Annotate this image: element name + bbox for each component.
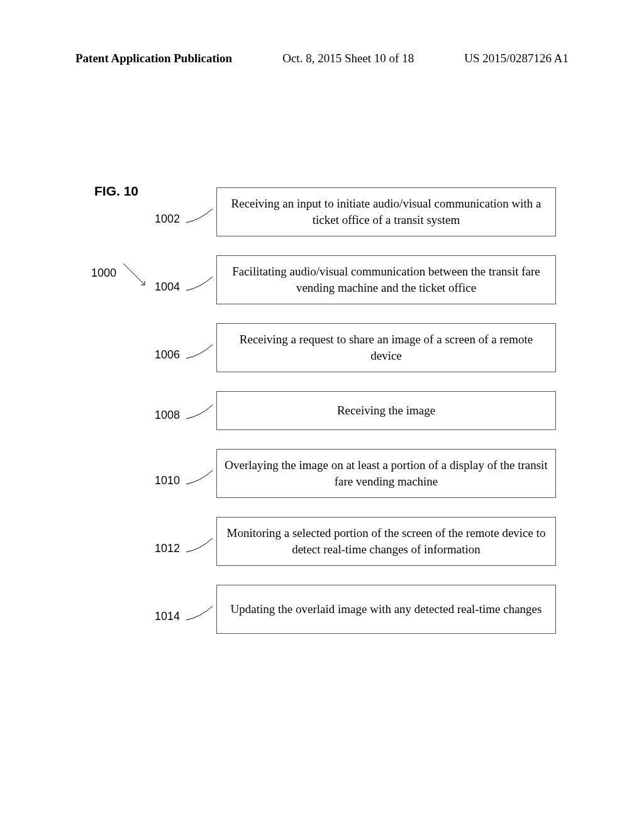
step-text: Monitoring a selected portion of the scr… xyxy=(225,525,548,557)
header-left: Patent Application Publication xyxy=(75,52,232,65)
flowchart-step: 1010 Overlaying the image on at least a … xyxy=(216,449,556,498)
flowchart-step: 1002 Receiving an input to initiate audi… xyxy=(216,187,556,236)
flowchart-step: 1014 Updating the overlaid image with an… xyxy=(216,585,556,634)
step-reference-number: 1006 xyxy=(155,348,180,362)
leader-line-icon xyxy=(186,468,214,487)
step-text: Overlaying the image on at least a porti… xyxy=(225,457,548,489)
overall-reference-number: 1000 xyxy=(91,267,116,280)
step-reference-number: 1004 xyxy=(155,280,180,294)
step-text: Facilitating audio/visual communication … xyxy=(225,263,548,296)
flowchart: 1002 Receiving an input to initiate audi… xyxy=(216,187,556,653)
step-reference-number: 1008 xyxy=(155,409,180,422)
flowchart-step: 1004 Facilitating audio/visual communica… xyxy=(216,255,556,304)
step-text: Receiving a request to share an image of… xyxy=(225,331,548,363)
leader-line-icon xyxy=(186,342,214,361)
flowchart-step: 1006 Receiving a request to share an ima… xyxy=(216,323,556,372)
leader-line-icon xyxy=(186,274,214,293)
leader-line-icon xyxy=(186,604,214,622)
step-text: Receiving the image xyxy=(337,402,435,419)
leader-line-icon xyxy=(186,206,214,225)
step-text: Updating the overlaid image with any det… xyxy=(231,601,542,617)
leader-line-icon xyxy=(123,263,150,290)
step-box: Facilitating audio/visual communication … xyxy=(216,255,556,304)
step-box: Overlaying the image on at least a porti… xyxy=(216,449,556,498)
step-text: Receiving an input to initiate audio/vis… xyxy=(225,196,548,228)
step-box: Updating the overlaid image with any det… xyxy=(216,585,556,634)
leader-line-icon xyxy=(186,536,214,555)
step-reference-number: 1012 xyxy=(155,542,180,555)
step-box: Receiving a request to share an image of… xyxy=(216,323,556,372)
step-box: Monitoring a selected portion of the scr… xyxy=(216,517,556,566)
flowchart-step: 1012 Monitoring a selected portion of th… xyxy=(216,517,556,566)
flowchart-step: 1008 Receiving the image xyxy=(216,391,556,430)
step-reference-number: 1014 xyxy=(155,610,180,623)
svg-line-0 xyxy=(123,263,145,285)
step-reference-number: 1010 xyxy=(155,474,180,487)
step-box: Receiving an input to initiate audio/vis… xyxy=(216,187,556,236)
leader-line-icon xyxy=(186,402,214,421)
step-box: Receiving the image xyxy=(216,391,556,430)
step-reference-number: 1002 xyxy=(155,213,180,226)
page-header: Patent Application Publication Oct. 8, 2… xyxy=(0,52,644,65)
header-center: Oct. 8, 2015 Sheet 10 of 18 xyxy=(282,52,414,65)
header-right: US 2015/0287126 A1 xyxy=(464,52,569,65)
figure-label: FIG. 10 xyxy=(94,184,138,199)
